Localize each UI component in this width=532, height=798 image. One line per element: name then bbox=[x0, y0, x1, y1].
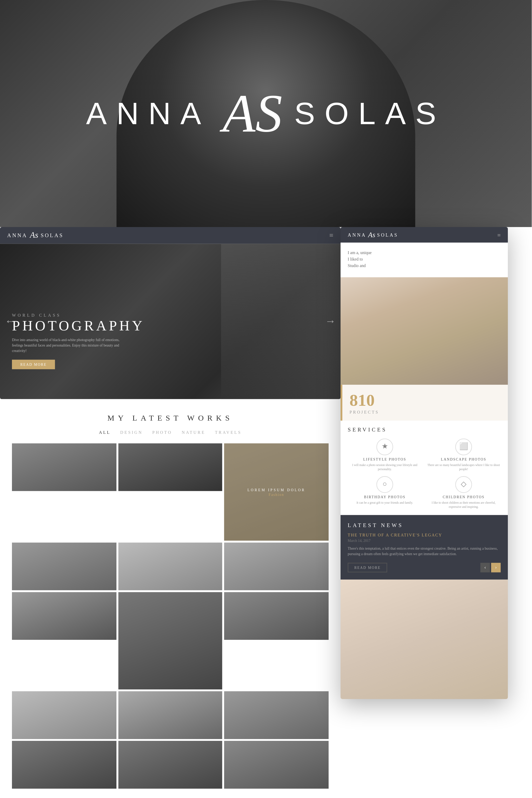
right-stat-block: 810 Projects bbox=[341, 384, 508, 420]
filter-design[interactable]: DESIGN bbox=[120, 430, 143, 435]
right-menu-icon[interactable]: ≡ bbox=[497, 231, 500, 238]
works-section-title: MY LATEST WORKS bbox=[12, 414, 329, 423]
news-section: LATEST NEWS THE TRUTH OF A CREATIVE'S LE… bbox=[341, 515, 508, 579]
gallery-item-15[interactable] bbox=[224, 741, 329, 788]
right-photo-bg bbox=[341, 277, 508, 384]
hero-title: PHOTOGRAPHY bbox=[12, 318, 145, 334]
stat-number: 810 bbox=[350, 391, 501, 410]
service-birthday-title: BIRTHDAY PHOTOS bbox=[348, 495, 422, 499]
gallery-grid: LOREM IPSUM DOLOR Fashion bbox=[12, 443, 329, 788]
filter-all[interactable]: ALL bbox=[99, 430, 111, 435]
services-title: SERVICES bbox=[348, 426, 501, 432]
gallery-item-9[interactable] bbox=[224, 592, 329, 640]
right-mockup-logo: ANNA As SOLAS bbox=[348, 230, 398, 240]
brand-name-right: SOLAS bbox=[294, 96, 446, 131]
gallery-item-11[interactable] bbox=[118, 691, 223, 739]
works-filter-nav: ALL DESIGN PHOTO NATURE TRAVELS bbox=[12, 430, 329, 435]
landscape-icon: ⬜ bbox=[455, 438, 472, 455]
gallery-overlay-sub: Fashion bbox=[269, 493, 284, 496]
service-birthday-desc: It can be a great gift to your friends a… bbox=[348, 500, 422, 505]
news-article-title: THE TRUTH OF A CREATIVE'S LEGACY bbox=[348, 533, 501, 537]
service-landscape: ⬜ LANDSCAPE PHOTOS There are so many bea… bbox=[426, 438, 500, 471]
news-date: March 14, 2017 bbox=[348, 539, 501, 543]
service-lifestyle-desc: I will make a photo session showing your… bbox=[348, 463, 422, 471]
mockup-hero-content: WORLD CLASS PHOTOGRAPHY Dive into amazin… bbox=[12, 313, 145, 369]
news-next-arrow[interactable]: › bbox=[491, 563, 501, 572]
mockup-menu-icon[interactable]: ≡ bbox=[329, 231, 334, 240]
hero-tagline: WORLD CLASS bbox=[12, 313, 145, 318]
right-column: ANNA As SOLAS ≡ I am a, unique I liked t… bbox=[341, 227, 532, 798]
filter-photo[interactable]: PHOTO bbox=[152, 430, 172, 435]
right-about-text: I am a, unique I liked to Studio and bbox=[341, 243, 508, 277]
service-children-desc: I like to shoot children as their emotio… bbox=[426, 500, 500, 509]
children-icon: ◇ bbox=[455, 476, 472, 493]
left-column: ANNA As SOLAS ≡ WORLD CLASS PHOTOGRAPHY … bbox=[0, 227, 341, 798]
hero-cta-button[interactable]: READ MORE bbox=[12, 360, 55, 369]
hero-brand: ANNA AS SOLAS bbox=[86, 92, 445, 135]
mockup-hero-area: WORLD CLASS PHOTOGRAPHY Dive into amazin… bbox=[0, 244, 341, 399]
news-footer: READ MORE ‹ › bbox=[348, 563, 501, 572]
gallery-item-4[interactable] bbox=[12, 543, 116, 590]
right-logo-script: As bbox=[368, 230, 375, 240]
right-browser-mockup: ANNA As SOLAS ≡ I am a, unique I liked t… bbox=[341, 227, 508, 699]
gallery-item-5[interactable] bbox=[118, 543, 223, 590]
gallery-item-3-featured[interactable]: LOREM IPSUM DOLOR Fashion bbox=[224, 443, 329, 541]
service-children-title: CHILDREN PHOTOS bbox=[426, 495, 500, 499]
mockup-navbar: ANNA As SOLAS ≡ bbox=[0, 227, 341, 244]
service-children: ◇ CHILDREN PHOTOS I like to shoot childr… bbox=[426, 476, 500, 509]
brand-script: AS bbox=[223, 92, 282, 135]
gallery-item-10[interactable] bbox=[12, 691, 116, 739]
gallery-item-7[interactable] bbox=[12, 592, 116, 640]
news-prev-arrow[interactable]: ‹ bbox=[480, 563, 490, 572]
service-lifestyle-title: LIFESTYLE PHOTOS bbox=[348, 457, 422, 461]
news-navigation: ‹ › bbox=[480, 563, 500, 572]
filter-nature[interactable]: NATURE bbox=[182, 430, 205, 435]
left-browser-mockup: ANNA As SOLAS ≡ WORLD CLASS PHOTOGRAPHY … bbox=[0, 227, 341, 399]
gallery-item-1[interactable] bbox=[12, 443, 116, 491]
services-grid: ★ LIFESTYLE PHOTOS I will make a photo s… bbox=[348, 438, 501, 509]
hero-prev-arrow[interactable]: ← bbox=[5, 315, 15, 327]
mockup-hero-figure bbox=[221, 244, 341, 399]
hero-description: Dive into amazing world of black-and-whi… bbox=[12, 338, 119, 354]
news-title: LATEST NEWS bbox=[348, 522, 501, 528]
brand-name-left: ANNA bbox=[86, 96, 211, 131]
services-section: SERVICES ★ LIFESTYLE PHOTOS I will make … bbox=[341, 420, 508, 515]
page-wrapper: ANNA AS SOLAS ANNA As SOLAS ≡ bbox=[0, 0, 532, 798]
gallery-item-13[interactable] bbox=[12, 741, 116, 788]
two-col-layout: ANNA As SOLAS ≡ WORLD CLASS PHOTOGRAPHY … bbox=[0, 227, 532, 798]
stat-label: Projects bbox=[350, 410, 501, 414]
gallery-item-8-tall[interactable] bbox=[118, 592, 223, 689]
works-section: MY LATEST WORKS ALL DESIGN PHOTO NATURE … bbox=[0, 399, 341, 798]
gallery-overlay: LOREM IPSUM DOLOR Fashion bbox=[224, 443, 329, 541]
hero-next-arrow[interactable]: → bbox=[325, 315, 336, 327]
gallery-item-6[interactable] bbox=[224, 543, 329, 590]
right-bottom-photo bbox=[341, 579, 508, 699]
service-landscape-title: LANDSCAPE PHOTOS bbox=[426, 457, 500, 461]
gallery-item-2[interactable] bbox=[118, 443, 223, 491]
hero-section: ANNA AS SOLAS bbox=[0, 0, 532, 227]
mockup-logo: ANNA As SOLAS bbox=[7, 231, 64, 240]
service-landscape-desc: There are so many beautiful landscapes w… bbox=[426, 463, 500, 471]
right-about-photo bbox=[341, 277, 508, 384]
service-birthday: ○ BIRTHDAY PHOTOS It can be a great gift… bbox=[348, 476, 422, 509]
news-body: There's this temptation, a lull that ent… bbox=[348, 546, 501, 556]
news-read-more-button[interactable]: READ MORE bbox=[348, 563, 387, 572]
gallery-overlay-title: LOREM IPSUM DOLOR bbox=[248, 488, 305, 492]
lifestyle-icon: ★ bbox=[376, 438, 393, 455]
filter-travels[interactable]: TRAVELS bbox=[215, 430, 242, 435]
gallery-item-14[interactable] bbox=[118, 741, 223, 788]
service-lifestyle: ★ LIFESTYLE PHOTOS I will make a photo s… bbox=[348, 438, 422, 471]
birthday-icon: ○ bbox=[376, 476, 393, 493]
right-mockup-bar: ANNA As SOLAS ≡ bbox=[341, 227, 508, 243]
gallery-item-12[interactable] bbox=[224, 691, 329, 739]
